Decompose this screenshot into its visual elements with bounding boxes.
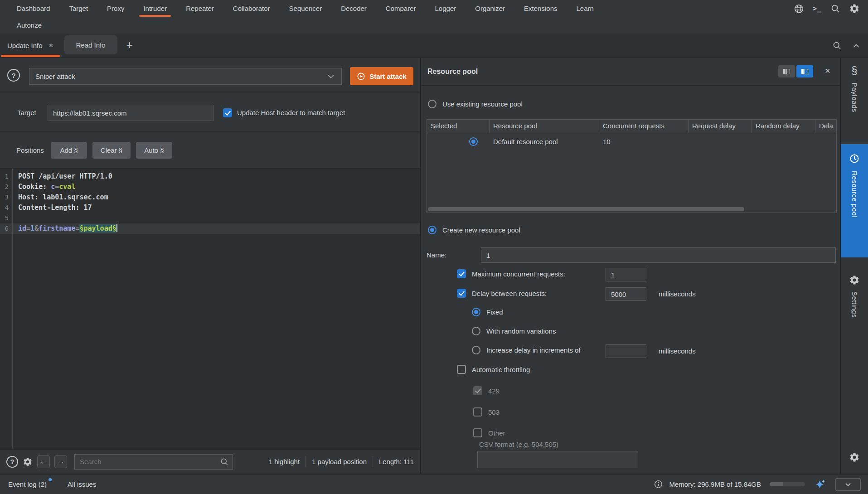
terminal-icon[interactable]: >_: [813, 5, 822, 13]
column-header-request-delay[interactable]: Request delay: [689, 120, 752, 133]
update-host-checkbox[interactable]: [223, 108, 232, 117]
tab-update-info[interactable]: Update Info ×: [0, 34, 61, 58]
help-icon[interactable]: ?: [7, 69, 20, 82]
menu-item-learn[interactable]: Learn: [567, 0, 603, 17]
column-header-resource-pool[interactable]: Resource pool: [490, 120, 599, 133]
table-horizontal-scrollbar[interactable]: [428, 207, 744, 211]
sidebar-item-payloads[interactable]: § Payloads: [841, 64, 868, 112]
close-panel-icon[interactable]: ×: [823, 64, 832, 77]
csv-codes-input[interactable]: [477, 451, 638, 468]
previous-match-button[interactable]: ←: [37, 455, 50, 468]
editor-line-1[interactable]: 1POST /api/user HTTP/1.0: [0, 171, 420, 182]
start-attack-button[interactable]: Start attack: [350, 67, 413, 85]
event-log-button[interactable]: Event log (2): [8, 480, 47, 488]
close-tab-icon[interactable]: ×: [49, 41, 53, 50]
menu-item-target[interactable]: Target: [59, 0, 97, 17]
radio-unselected-icon[interactable]: [472, 327, 480, 335]
sidebar-item-resource-pool[interactable]: Resource pool: [841, 144, 868, 257]
panel-settings-gear-icon[interactable]: [849, 452, 860, 463]
settings-gear-icon[interactable]: [849, 3, 860, 14]
search-icon[interactable]: [832, 41, 842, 50]
sidebar-item-settings[interactable]: Settings: [841, 275, 868, 318]
radio-unselected-icon[interactable]: [472, 346, 480, 354]
editor-line-6[interactable]: 6id=1&firstname=§payload§: [0, 223, 420, 234]
menu-item-decoder[interactable]: Decoder: [331, 0, 376, 17]
menu-item-logger[interactable]: Logger: [426, 0, 466, 17]
editor-settings-gear-icon[interactable]: [23, 457, 33, 467]
menu-item-collaborator[interactable]: Collaborator: [223, 0, 280, 17]
help-icon[interactable]: ?: [6, 456, 18, 468]
layout-split-left-button[interactable]: [778, 65, 795, 77]
max-concurrent-input[interactable]: [606, 268, 646, 281]
column-header-selected[interactable]: Selected: [427, 120, 490, 133]
automatic-throttling-label: Automatic throttling: [472, 366, 530, 373]
pool-name-input[interactable]: [481, 247, 836, 263]
column-header-dela[interactable]: Dela: [815, 120, 836, 133]
menu-item-sequencer[interactable]: Sequencer: [280, 0, 332, 17]
radio-unselected-icon[interactable]: [428, 100, 436, 108]
code-segment: Cookie:: [18, 183, 51, 191]
automatic-throttling-checkbox[interactable]: [457, 365, 466, 374]
menu-item-extensions[interactable]: Extensions: [514, 0, 567, 17]
add-position-button[interactable]: Add §: [51, 142, 87, 159]
all-issues-button[interactable]: All issues: [68, 480, 96, 488]
globe-icon[interactable]: [794, 4, 804, 14]
memory-usage-label: Memory: 296.9MB of 15.84GB: [669, 480, 761, 488]
column-header-concurrent-requests[interactable]: Concurrent requests: [599, 120, 689, 133]
line-content: Cookie: c=cval: [18, 182, 75, 192]
editor-line-2[interactable]: 2Cookie: c=cval: [0, 182, 420, 192]
use-existing-pool-label: Use existing resource pool: [442, 100, 523, 108]
tab-read-info[interactable]: Read Info: [64, 35, 117, 54]
use-existing-pool-option[interactable]: Use existing resource pool: [428, 100, 523, 108]
layout-split-right-button[interactable]: [796, 65, 813, 77]
line-content: Content-Length: 17: [18, 203, 92, 213]
editor-line-4[interactable]: 4Content-Length: 17: [0, 203, 420, 213]
status-503-checkbox[interactable]: [473, 407, 482, 417]
random-delay-option[interactable]: With random variations: [472, 327, 556, 335]
selected-cell: [427, 137, 490, 146]
radio-selected-icon[interactable]: [472, 308, 480, 316]
search-icon: [220, 457, 229, 466]
new-tab-button[interactable]: +: [124, 34, 136, 56]
line-number: 2: [0, 182, 9, 192]
menu-icons: >_: [794, 3, 868, 14]
target-url-input[interactable]: [48, 105, 213, 121]
delay-checkbox[interactable]: [457, 289, 466, 298]
attack-type-select[interactable]: Sniper attack: [29, 68, 342, 85]
next-match-button[interactable]: →: [54, 455, 67, 468]
expand-chevron-down-button[interactable]: [835, 478, 861, 491]
menu-item-intruder[interactable]: Intruder: [134, 0, 176, 17]
status-429-checkbox[interactable]: [473, 386, 482, 395]
info-icon[interactable]: [654, 479, 663, 489]
max-concurrent-checkbox[interactable]: [457, 269, 466, 278]
menu-item-autorize[interactable]: Autorize: [7, 17, 51, 34]
attack-type-value: Sniper attack: [35, 73, 75, 80]
auto-positions-button[interactable]: Auto §: [136, 142, 172, 159]
status-other-checkbox[interactable]: [473, 428, 482, 437]
code-segment: Host: lab01.sqrsec.com: [18, 193, 108, 201]
fixed-delay-option[interactable]: Fixed: [472, 308, 503, 316]
column-header-random-delay[interactable]: Random delay: [752, 120, 815, 133]
request-editor[interactable]: 1POST /api/user HTTP/1.02Cookie: c=cval3…: [0, 168, 420, 449]
editor-line-5[interactable]: 5: [0, 213, 420, 223]
radio-selected-icon[interactable]: [428, 226, 436, 234]
editor-search-input[interactable]: [74, 454, 233, 470]
increase-delay-input[interactable]: [606, 344, 646, 358]
event-log-label: Event log (2): [8, 480, 47, 488]
increase-delay-option[interactable]: Increase delay in increments of: [472, 346, 581, 354]
collapse-chevron-up-icon[interactable]: [852, 41, 861, 50]
menu-item-organizer[interactable]: Organizer: [466, 0, 514, 17]
table-row[interactable]: Default resource pool10: [427, 133, 836, 150]
row-selected-radio[interactable]: [469, 137, 478, 146]
menu-item-comparer[interactable]: Comparer: [376, 0, 426, 17]
create-new-pool-option[interactable]: Create new resource pool: [428, 226, 520, 234]
menu-item-repeater[interactable]: Repeater: [176, 0, 223, 17]
delay-input[interactable]: [606, 287, 646, 301]
sparkle-ai-icon[interactable]: [815, 479, 826, 490]
search-icon[interactable]: [830, 4, 840, 14]
editor-line-3[interactable]: 3Host: lab01.sqrsec.com: [0, 192, 420, 203]
menu-item-proxy[interactable]: Proxy: [97, 0, 134, 17]
clear-positions-button[interactable]: Clear §: [92, 142, 131, 159]
status-bar: Event log (2) All issues Memory: 296.9MB…: [0, 474, 868, 494]
menu-item-dashboard[interactable]: Dashboard: [7, 0, 59, 17]
